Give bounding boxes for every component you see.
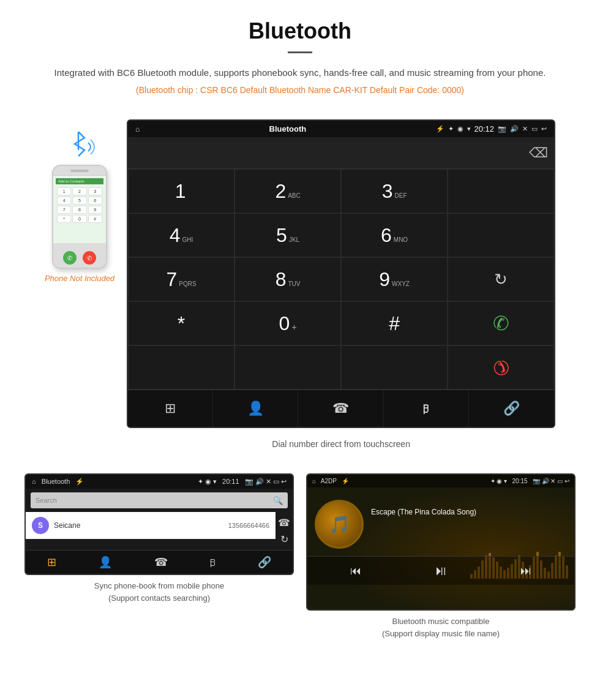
key-7[interactable]: 7PQRS [128,257,234,301]
music-album-art: 🎵 [315,500,364,549]
pb-bottom-bar: ⊞ 👤 ☎ Ꞵ 🔗 [26,550,293,574]
key-8[interactable]: 8TUV [234,257,341,301]
phone-key-5: 5 [72,197,86,205]
search-icon: 🔍 [273,496,283,505]
phone-illustration: Add to Contacts 1 2 3 4 5 6 7 8 9 * 0 # [45,132,114,283]
bottom-screenshots: ⌂ Bluetooth ⚡ ✦ ◉ ▾ 20:11 📷 🔊 ✕ ▭ ↩ Sear… [0,467,600,660]
music-screen: ⌂ A2DP ⚡ ✦ ◉ ▾ 20:15 📷 🔊 ✕ ▭ ↩ 🎵 Escape … [307,475,574,609]
pb-sidebar-call-icon[interactable]: ☎ [278,517,290,529]
status-time: 20:12 [474,124,495,134]
pb-avatar: S [32,517,49,534]
close-icon[interactable]: ✕ [522,125,528,133]
key-0[interactable]: 0+ [234,301,341,345]
pb-status-right: ✦ ◉ ▾ 20:11 📷 🔊 ✕ ▭ ↩ [198,478,287,486]
pb-contact-row[interactable]: S Seicane 13566664466 [26,512,276,540]
phone-speaker [70,170,89,172]
usb-icon: ⚡ [436,125,444,133]
pb-bottom-link-icon[interactable]: 🔗 [258,555,271,569]
pb-contact-name: Seicane [54,521,228,530]
keypad-grid: 1 2ABC 3DEF 4GHI 5JKL 6MNO [128,169,554,390]
back-icon[interactable]: ↩ [541,125,547,133]
title-divider [288,51,312,53]
action-phone-button[interactable]: ☎ [298,390,383,427]
phone-key-hash: # [88,215,102,223]
volume-icon: 🔊 [510,125,519,133]
action-grid-button[interactable]: ⊞ [128,390,213,427]
key-4[interactable]: 4GHI [128,213,234,257]
pb-sidebar-refresh-icon[interactable]: ↻ [278,533,290,545]
phone-key-4: 4 [57,197,71,205]
phone-key-7: 7 [57,206,71,214]
call-red-button[interactable]: ✆ [448,345,554,390]
phone-key-6: 6 [88,197,102,205]
call-green-button[interactable]: ✆ [448,301,554,345]
phone-key-2: 2 [72,187,86,195]
music-status-left: ⌂ A2DP ⚡ [312,478,349,484]
prev-button[interactable]: ⏮ [350,565,361,578]
dial-section: Add to Contacts 1 2 3 4 5 6 7 8 9 * 0 # [0,107,600,467]
dial-screen-container: ⌂ Bluetooth ⚡ ✦ ◉ ▾ 20:12 📷 🔊 ✕ ▭ ↩ [127,119,555,455]
key-1[interactable]: 1 [128,169,234,213]
key-3[interactable]: 3DEF [341,169,448,213]
phone-call-button: ✆ [63,251,77,265]
pb-sidebar: ☎ ↻ [276,512,293,550]
phone-top-bar [53,166,106,176]
page-header: Bluetooth Integrated with BC6 Bluetooth … [0,0,600,107]
action-bluetooth-button[interactable]: Ꞵ [384,390,469,427]
dial-display-row: ⌫ [128,137,554,169]
user-icon: 👤 [247,401,264,416]
phone-key-0: 0 [72,215,86,223]
key-empty-5 [341,345,448,390]
action-link-button[interactable]: 🔗 [469,390,554,427]
status-right: ⚡ ✦ ◉ ▾ 20:12 📷 🔊 ✕ ▭ ↩ [436,124,547,134]
key-empty-2 [448,213,554,257]
music-info: Escape (The Pina Colada Song) [371,508,567,541]
phonebook-screen: ⌂ Bluetooth ⚡ ✦ ◉ ▾ 20:11 📷 🔊 ✕ ▭ ↩ Sear… [26,475,293,574]
call-green-icon: ✆ [493,312,509,335]
dial-action-bar: ⊞ 👤 ☎ Ꞵ 🔗 [128,390,554,427]
bt-icon: ✦ [448,125,454,133]
dial-screen: ⌂ Bluetooth ⚡ ✦ ◉ ▾ 20:12 📷 🔊 ✕ ▭ ↩ [127,119,555,428]
pb-bottom-grid-icon[interactable]: ⊞ [47,555,56,569]
next-button[interactable]: ⏭ [520,565,531,578]
backspace-button[interactable]: ⌫ [529,145,548,161]
pb-bottom-phone-icon[interactable]: ☎ [154,555,168,569]
phonebook-block: ⌂ Bluetooth ⚡ ✦ ◉ ▾ 20:11 📷 🔊 ✕ ▭ ↩ Sear… [24,473,294,642]
action-contacts-button[interactable]: 👤 [213,390,298,427]
pb-search-bar[interactable]: Search 🔍 [31,492,288,508]
phone-screen-header: Add to Contacts [56,178,103,184]
status-bar: ⌂ Bluetooth ⚡ ✦ ◉ ▾ 20:12 📷 🔊 ✕ ▭ ↩ [128,121,554,137]
key-hash[interactable]: # [341,301,448,345]
dial-caption: Dial number direct from touchscreen [127,433,555,455]
phone-screen: Add to Contacts 1 2 3 4 5 6 7 8 9 * 0 # [53,176,106,243]
home-icon[interactable]: ⌂ [135,125,140,134]
grid-icon: ⊞ [165,401,176,416]
key-empty-4 [234,345,341,390]
status-left: ⌂ [135,125,140,134]
key-9[interactable]: 9WXYZ [341,257,448,301]
phone-key-8: 8 [72,206,86,214]
key-5[interactable]: 5JKL [234,213,341,257]
key-2[interactable]: 2ABC [234,169,341,213]
key-empty-3 [128,345,234,390]
key-6[interactable]: 6MNO [341,213,448,257]
pb-bottom-user-icon[interactable]: 👤 [99,555,112,569]
music-screenshot: ⌂ A2DP ⚡ ✦ ◉ ▾ 20:15 📷 🔊 ✕ ▭ ↩ 🎵 Escape … [306,473,576,611]
key-refresh[interactable]: ↻ [448,257,554,301]
pb-search-placeholder: Search [36,497,57,504]
phone-key-1: 1 [57,187,71,195]
key-empty-1 [448,169,554,213]
link-icon: 🔗 [503,401,520,416]
pb-contact-number: 13566664466 [228,522,269,529]
bluetooth-signal-icon [61,132,98,162]
pb-status-left: ⌂ Bluetooth ⚡ [32,478,84,486]
phone-end-button: ✆ [83,251,96,265]
play-pause-button[interactable]: ⏯ [434,563,448,579]
pb-status-bar: ⌂ Bluetooth ⚡ ✦ ◉ ▾ 20:11 📷 🔊 ✕ ▭ ↩ [26,475,293,489]
pb-contacts-list: S Seicane 13566664466 [26,512,276,550]
key-star[interactable]: * [128,301,234,345]
camera-icon: 📷 [498,125,506,133]
pb-bottom-bt-icon[interactable]: Ꞵ [210,556,216,569]
music-song-title: Escape (The Pina Colada Song) [371,508,567,516]
music-status-right: ✦ ◉ ▾ 20:15 📷 🔊 ✕ ▭ ↩ [490,478,569,484]
